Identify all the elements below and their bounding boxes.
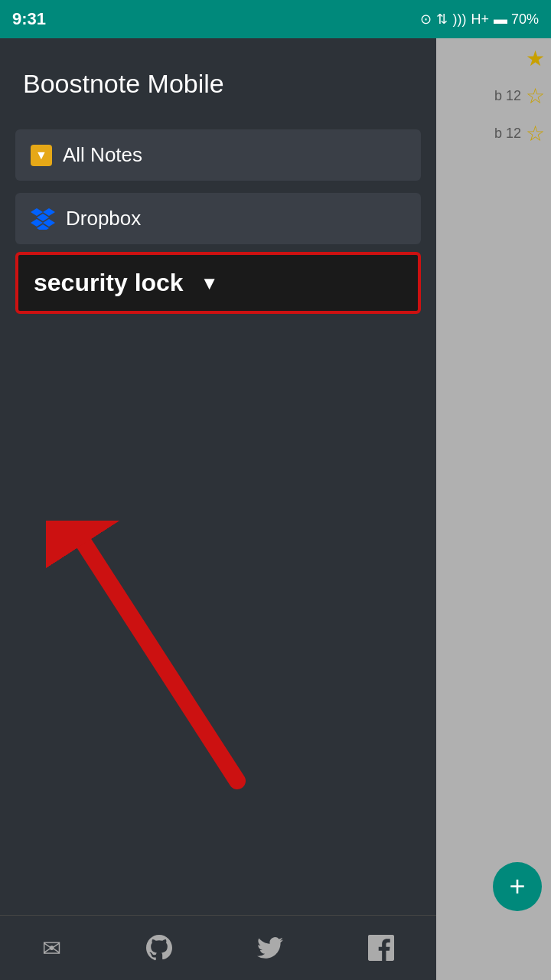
annotation-arrow: [46, 521, 276, 827]
github-nav-icon[interactable]: [146, 935, 172, 961]
note-date-2: b 12: [494, 126, 521, 142]
email-nav-icon[interactable]: ✉: [42, 935, 61, 962]
svg-marker-3: [31, 219, 43, 227]
note-row-3: b 12 ☆: [442, 121, 545, 146]
chevron-down-icon: ▼: [201, 273, 219, 294]
all-notes-label: All Notes: [63, 143, 142, 167]
star-outline-icon-1[interactable]: ☆: [526, 83, 545, 109]
drawer-items: ▼ All Notes Dropbox: [0, 122, 436, 252]
status-bar: 9:31 ⊙ ⇅ ))) H+ ▬ 70%: [0, 0, 551, 38]
svg-marker-4: [43, 219, 55, 227]
fab-button[interactable]: +: [493, 862, 542, 911]
dropbox-item[interactable]: Dropbox: [15, 193, 421, 244]
security-lock-label: security lock: [34, 269, 184, 297]
note-date-1: b 12: [494, 88, 521, 104]
bottom-nav: ✉: [0, 915, 436, 980]
drawer-title: Boostnote Mobile: [23, 69, 224, 98]
fab-plus-icon: +: [509, 871, 525, 903]
all-notes-icon: ▼: [31, 145, 52, 166]
star-outline-icon-2[interactable]: ☆: [526, 121, 545, 146]
svg-line-7: [84, 544, 237, 781]
dropbox-icon: [31, 208, 55, 230]
all-notes-item[interactable]: ▼ All Notes: [15, 129, 421, 181]
right-panel: ★ b 12 ☆ b 12 ☆: [436, 38, 551, 980]
status-time: 9:31: [12, 9, 46, 29]
svg-marker-2: [37, 214, 49, 221]
drawer: Boostnote Mobile ▼ All Notes Dropbox: [0, 38, 436, 980]
arrow-svg: [46, 521, 276, 827]
facebook-nav-icon[interactable]: [368, 935, 394, 961]
wifi-icon: ))): [452, 11, 466, 28]
svg-marker-0: [31, 208, 43, 216]
battery-icon: ▬ 70%: [494, 11, 539, 28]
network-icon: H+: [471, 11, 489, 28]
dropbox-label: Dropbox: [66, 207, 141, 230]
data-icon: ⇅: [436, 11, 448, 28]
twitter-nav-icon[interactable]: [257, 935, 283, 961]
drawer-header: Boostnote Mobile: [0, 38, 436, 122]
security-lock-item[interactable]: security lock ▼: [15, 252, 421, 314]
star-filled-icon[interactable]: ★: [526, 46, 545, 71]
note-row-1: ★: [442, 46, 545, 71]
note-row-2: b 12 ☆: [442, 83, 545, 109]
signal-icon: ⊙: [420, 11, 432, 28]
status-icons: ⊙ ⇅ ))) H+ ▬ 70%: [420, 11, 539, 28]
svg-marker-1: [43, 208, 55, 216]
